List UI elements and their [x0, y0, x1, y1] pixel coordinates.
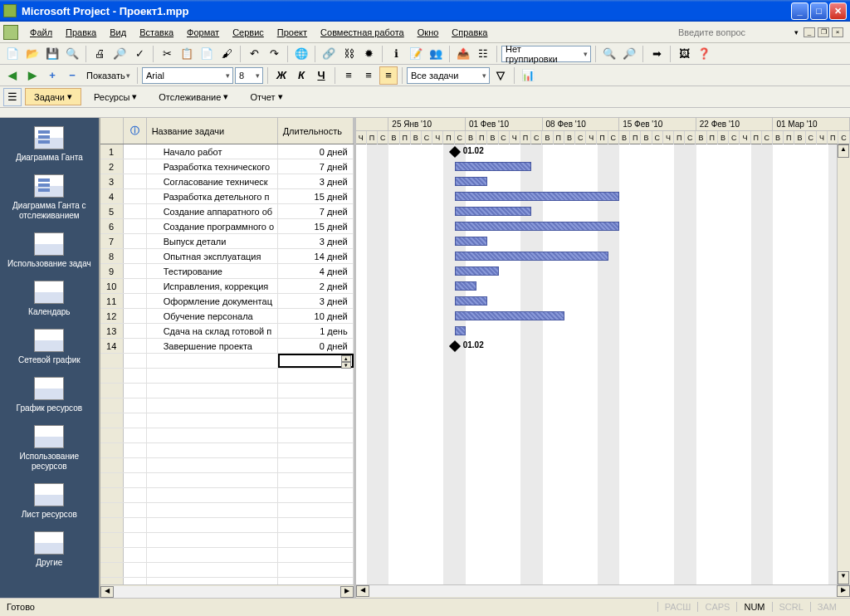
- scroll-left-button[interactable]: ◀: [100, 586, 114, 598]
- duration-cell[interactable]: 15 дней: [278, 219, 354, 233]
- indicator-cell[interactable]: [124, 219, 147, 233]
- help-button[interactable]: ❓: [695, 45, 713, 63]
- autofilter-button[interactable]: ▽: [491, 66, 510, 85]
- scroll-right-button[interactable]: ▶: [340, 586, 354, 598]
- menu-tools[interactable]: Сервис: [226, 25, 271, 40]
- font-name-combo[interactable]: Arial: [142, 67, 233, 84]
- menu-view[interactable]: Вид: [103, 25, 133, 40]
- mdi-restore-button[interactable]: ❐: [818, 27, 829, 37]
- paste-button[interactable]: 📄: [198, 45, 216, 63]
- row-number[interactable]: 6: [100, 219, 124, 233]
- menu-insert[interactable]: Вставка: [133, 25, 180, 40]
- menu-project[interactable]: Проект: [271, 25, 314, 40]
- task-name-cell[interactable]: Тестирование: [147, 264, 278, 278]
- row-number[interactable]: 3: [100, 174, 124, 188]
- task-hscroll[interactable]: ◀ ▶: [100, 584, 354, 598]
- task-row[interactable]: 9 Тестирование 4 дней: [100, 264, 354, 279]
- task-name-cell[interactable]: Опытная эксплуатация: [147, 249, 278, 263]
- menu-file[interactable]: Файл: [23, 25, 59, 40]
- row-number[interactable]: 9: [100, 264, 124, 278]
- task-row[interactable]: 10 Исправления, коррекция 2 дней: [100, 279, 354, 294]
- duration-cell[interactable]: 14 дней: [278, 249, 354, 263]
- menu-window[interactable]: Окно: [411, 25, 446, 40]
- scroll-up-button[interactable]: ▲: [838, 144, 849, 158]
- duration-cell[interactable]: 3 дней: [278, 234, 354, 248]
- sidebar-item-resource-graph[interactable]: График ресурсов: [0, 372, 99, 420]
- undo-button[interactable]: ↶: [245, 45, 263, 63]
- duration-cell-editing[interactable]: ▲▼: [278, 354, 354, 368]
- gantt-bar[interactable]: [455, 281, 476, 291]
- task-row[interactable]: 12 Обучение персонала 10 дней: [100, 309, 354, 324]
- project-guide-button[interactable]: ☰: [3, 88, 22, 106]
- show-subtasks-button[interactable]: +: [43, 66, 61, 85]
- sidebar-item-resource-sheet[interactable]: Лист ресурсов: [0, 478, 99, 526]
- print-button[interactable]: 🖨: [90, 45, 109, 63]
- unlink-tasks-button[interactable]: ⛓: [340, 45, 358, 63]
- indicator-cell[interactable]: [124, 339, 147, 353]
- menu-help[interactable]: Справка: [445, 25, 494, 40]
- row-number[interactable]: 10: [100, 279, 124, 293]
- task-name-cell[interactable]: Оформление документац: [147, 294, 278, 308]
- duration-cell[interactable]: 10 дней: [278, 309, 354, 323]
- task-row[interactable]: 8 Опытная эксплуатация 14 дней: [100, 249, 354, 264]
- minimize-button[interactable]: _: [791, 2, 808, 20]
- task-notes-button[interactable]: 📝: [407, 45, 425, 63]
- groupby-combo[interactable]: Нет группировки: [501, 46, 591, 62]
- duration-cell[interactable]: 1 день: [278, 324, 354, 338]
- indicator-cell[interactable]: [124, 204, 147, 218]
- task-name-cell[interactable]: Разработка детельного п: [147, 189, 278, 203]
- font-size-combo[interactable]: 8: [235, 67, 263, 84]
- duration-cell[interactable]: 3 дней: [278, 294, 354, 308]
- outdent-button[interactable]: ◀: [3, 66, 22, 85]
- duration-cell[interactable]: 2 дней: [278, 279, 354, 293]
- sidebar-item-gantt[interactable]: Диаграмма Ганта: [0, 121, 99, 169]
- goto-task-button[interactable]: ➡: [647, 45, 666, 63]
- gantt-bar[interactable]: [455, 266, 499, 276]
- row-number[interactable]: 2: [100, 159, 124, 174]
- align-center-button[interactable]: ≡: [359, 66, 378, 85]
- save-button[interactable]: 💾: [43, 45, 61, 63]
- milestone-marker[interactable]: [449, 146, 461, 158]
- gantt-vscroll[interactable]: ▲ ▼: [837, 144, 850, 584]
- align-left-button[interactable]: ≡: [340, 66, 358, 85]
- bold-button[interactable]: Ж: [272, 66, 291, 85]
- task-row[interactable]: 1 Начало работ 0 дней: [100, 144, 354, 159]
- row-number[interactable]: 12: [100, 309, 124, 323]
- duration-cell[interactable]: 7 дней: [278, 159, 354, 174]
- task-name-cell[interactable]: Обучение персонала: [147, 309, 278, 323]
- italic-button[interactable]: К: [292, 66, 310, 85]
- header-task-name[interactable]: Название задачи: [147, 118, 278, 144]
- sidebar-item-network[interactable]: Сетевой график: [0, 324, 99, 372]
- row-number[interactable]: 13: [100, 324, 124, 338]
- row-number[interactable]: 4: [100, 189, 124, 203]
- gantt-bar[interactable]: [455, 162, 532, 171]
- zoom-in-button[interactable]: 🔍: [600, 45, 618, 63]
- gantt-bar[interactable]: [455, 222, 619, 231]
- align-right-button[interactable]: ≡: [379, 66, 398, 85]
- copy-button[interactable]: 📋: [178, 45, 196, 63]
- spinner-down[interactable]: ▼: [341, 362, 351, 369]
- row-number[interactable]: 1: [100, 144, 124, 159]
- format-painter-button[interactable]: 🖌: [217, 45, 236, 63]
- open-button[interactable]: 📂: [23, 45, 42, 63]
- task-row[interactable]: 13 Сдача на склад готовой п 1 день: [100, 324, 354, 339]
- indicator-cell[interactable]: [124, 144, 147, 159]
- task-name-cell[interactable]: Исправления, коррекция: [147, 279, 278, 293]
- gantt-bar[interactable]: [455, 326, 466, 335]
- copy-picture-button[interactable]: 🖼: [675, 45, 693, 63]
- task-row[interactable]: 7 Выпуск детали 3 дней: [100, 234, 354, 249]
- indicator-cell[interactable]: [124, 324, 147, 338]
- row-number[interactable]: 5: [100, 204, 124, 218]
- task-name-cell[interactable]: Выпуск детали: [147, 234, 278, 248]
- viewbar-resources[interactable]: Ресурсы ▾: [85, 88, 146, 105]
- spinner-up[interactable]: ▲: [341, 355, 351, 362]
- gantt-timescale[interactable]: 25 Янв '1001 Фев '1008 Фев '1015 Фев '10…: [356, 118, 850, 144]
- indicator-cell[interactable]: [124, 249, 147, 263]
- sidebar-item-calendar[interactable]: Календарь: [0, 276, 99, 324]
- viewbar-report[interactable]: Отчет ▾: [241, 88, 291, 105]
- gantt-bar[interactable]: [455, 177, 488, 186]
- indicator-cell[interactable]: [124, 174, 147, 188]
- print-preview-button[interactable]: 🔎: [110, 45, 129, 63]
- row-number[interactable]: 7: [100, 234, 124, 248]
- assign-resources-button[interactable]: 👥: [427, 45, 445, 63]
